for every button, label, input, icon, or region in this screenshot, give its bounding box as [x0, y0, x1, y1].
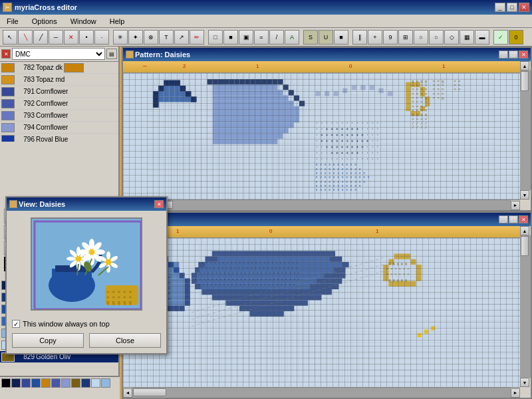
scroll-thumb-v-bottom[interactable]	[521, 236, 529, 256]
color-row-782[interactable]: 782 Topaz dk	[0, 62, 118, 74]
palette-swatch-corn2[interactable]	[51, 378, 61, 388]
zero-tool[interactable]: 0	[509, 30, 523, 45]
scroll-track-h-bottom[interactable]	[132, 388, 511, 398]
pattern-minimize[interactable]: _	[499, 51, 508, 59]
scroll-track-h-top[interactable]	[132, 200, 511, 210]
pattern-maximize-bottom[interactable]: □	[509, 215, 518, 223]
palette-swatch-blue[interactable]	[31, 378, 41, 388]
scroll-down-top[interactable]: ▼	[520, 190, 529, 200]
color-row-783[interactable]: 783 Topaz md	[0, 74, 118, 86]
circle-tool[interactable]: ⊗	[144, 30, 158, 45]
color-row-796[interactable]: 796 Royal Blue	[0, 134, 118, 142]
arrow-tool[interactable]: ↗	[174, 30, 189, 45]
grid-tool[interactable]: ⊞	[398, 30, 413, 45]
color-row-794[interactable]: 794 Cornflower	[0, 122, 118, 134]
close-button[interactable]: ✕	[519, 3, 529, 12]
oval-tool2[interactable]: ○	[429, 30, 444, 45]
close-dialog-button[interactable]: Close	[89, 333, 161, 348]
view-dialog: View: Daisies ✕	[5, 196, 168, 354]
horizontal-scrollbar-top: ◄ ►	[123, 200, 520, 210]
stitch-sq-tool[interactable]: ■	[334, 30, 348, 45]
scroll-track-v-bottom[interactable]	[520, 235, 531, 378]
palette-swatch-black[interactable]	[1, 378, 11, 388]
pattern-close[interactable]: ✕	[519, 51, 528, 59]
line-tool[interactable]: ╲	[18, 30, 33, 45]
view-close-button[interactable]: ✕	[154, 200, 164, 208]
copy-button[interactable]: Copy	[12, 333, 84, 348]
menu-window[interactable]: Window	[66, 16, 100, 27]
fill-tool[interactable]: ✳	[113, 30, 128, 45]
canvas-top[interactable]: · · · · · · · · · · · · · · · + + + + + …	[123, 73, 520, 200]
maximize-button[interactable]: □	[507, 3, 517, 12]
pattern-window-controls: _ □ ✕	[499, 51, 528, 59]
menu-file[interactable]: File	[3, 16, 23, 27]
color-swatch	[1, 123, 15, 132]
pattern-maximize[interactable]: □	[509, 51, 518, 59]
dot-tool2[interactable]: ·	[94, 30, 109, 45]
scroll-up-bottom[interactable]: ▲	[520, 226, 529, 235]
hatch-tool[interactable]: ▦	[460, 30, 474, 45]
plus-tool[interactable]: +	[368, 30, 382, 45]
palette-swatch-dk-blue[interactable]	[81, 378, 90, 388]
title-bar: ✂ myriaCross editor _ □ ✕	[0, 0, 532, 15]
pattern-icon	[126, 51, 134, 59]
pattern-minimize-bottom[interactable]: _	[499, 215, 508, 223]
main-area: ✕ DMC ▤ 782 Topaz dk 783 Topaz md 791	[0, 47, 532, 399]
stitch-u-tool[interactable]: U	[319, 30, 333, 45]
scroll-left-bottom[interactable]: ◄	[123, 388, 132, 398]
color-row-792[interactable]: 792 Cornflower	[0, 98, 118, 110]
panel-close-button[interactable]: ✕	[1, 49, 11, 59]
color-preview	[64, 63, 84, 72]
palette-swatch-navy[interactable]	[11, 378, 21, 388]
nine-tool[interactable]: 9	[383, 30, 398, 45]
minimize-button[interactable]: _	[495, 3, 505, 12]
oval-tool1[interactable]: ○	[414, 30, 428, 45]
scroll-track-top[interactable]	[520, 70, 531, 190]
cross-tool[interactable]: ✕	[64, 30, 78, 45]
scroll-thumb-h-bottom[interactable]	[133, 388, 166, 396]
fill2-tool[interactable]: ✦	[128, 30, 143, 45]
rect-tool[interactable]: □	[208, 30, 223, 45]
diagonal-tool[interactable]: ╱	[33, 30, 48, 45]
scroll-right-bottom[interactable]: ►	[511, 388, 520, 398]
scroll-thumb-top[interactable]	[521, 71, 529, 91]
letter-a-tool[interactable]: A	[285, 30, 299, 45]
dot-tool1[interactable]: •	[79, 30, 94, 45]
dmc-dropdown[interactable]: DMC	[12, 48, 105, 60]
scroll-right-top[interactable]: ►	[511, 201, 520, 210]
cursor-tool[interactable]: ↖	[3, 30, 17, 45]
svg-point-342	[106, 251, 110, 259]
slash-tool[interactable]: /	[269, 30, 284, 45]
diamond-tool[interactable]: ◇	[444, 30, 459, 45]
palette-swatch-cornflower[interactable]	[21, 378, 31, 388]
palette-swatch-med-blue[interactable]	[101, 378, 110, 388]
palette-swatch-lt-corn[interactable]	[61, 378, 70, 388]
canvas-bottom[interactable]: × × × × × × × × × × × × × × × × × × × × …	[123, 238, 520, 387]
horiz-tool[interactable]: ─	[49, 30, 63, 45]
scroll-up-top[interactable]: ▲	[520, 61, 529, 70]
pipe-tool[interactable]: ‖	[352, 30, 367, 45]
equals-tool[interactable]: =	[254, 30, 269, 45]
color-row-791[interactable]: 791 Cornflower	[0, 86, 118, 98]
fill-rect-tool[interactable]: ■	[223, 30, 238, 45]
menu-options[interactable]: Options	[28, 16, 61, 27]
panel-expand-button[interactable]: ▤	[106, 49, 117, 59]
rect2-tool[interactable]: ▬	[475, 30, 489, 45]
stitch-s-tool[interactable]: S	[303, 30, 318, 45]
palette-swatch-golden[interactable]	[71, 378, 80, 388]
menu-help[interactable]: Help	[106, 16, 129, 27]
main-toolbar: ↖ ╲ ╱ ─ ✕ • · ✳ ✦ ⊗ T ↗ ✏ □ ■ ▣ = / A S …	[0, 28, 532, 47]
svg-point-349	[76, 247, 80, 256]
palette-swatch-lt-blue[interactable]	[91, 378, 100, 388]
always-on-top-checkbox[interactable]: ✓	[12, 320, 20, 328]
color-row-793[interactable]: 793 Cornflower	[0, 110, 118, 122]
ruler-mark-0: 0	[349, 63, 352, 69]
green-v-tool[interactable]: ✓	[493, 30, 508, 45]
palette-swatch-topaz[interactable]	[41, 378, 51, 388]
pattern-close-bottom[interactable]: ✕	[519, 215, 528, 223]
svg-point-351	[81, 257, 90, 261]
pencil-tool[interactable]: ✏	[190, 30, 204, 45]
text-tool[interactable]: T	[159, 30, 174, 45]
scroll-down-bottom[interactable]: ▼	[520, 378, 529, 387]
pattern-rect-tool[interactable]: ▣	[239, 30, 253, 45]
